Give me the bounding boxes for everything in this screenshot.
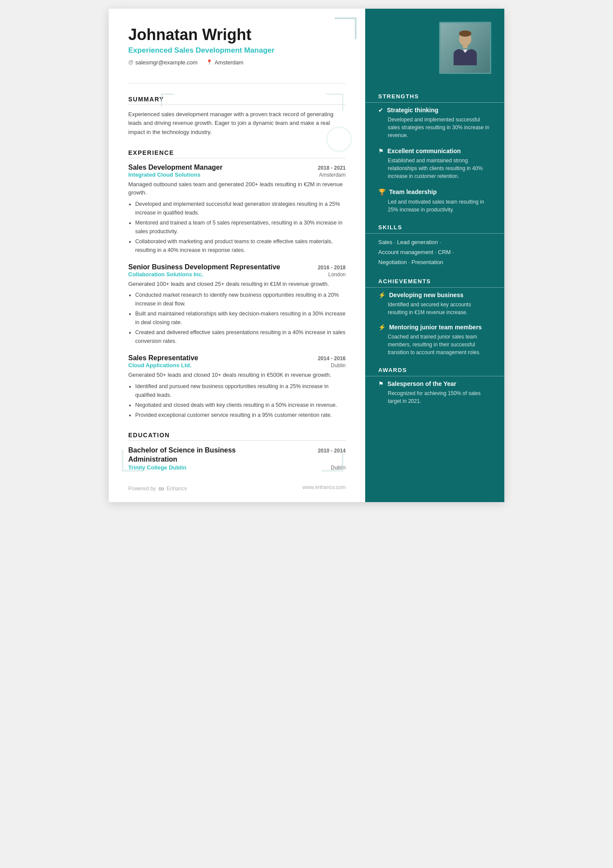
achievement-title-1: Developing new business xyxy=(389,291,463,299)
skills-text: Sales · Lead generation · Account manage… xyxy=(378,237,491,268)
email-icon: @ xyxy=(128,59,133,65)
left-column: Johnatan Wright Experienced Sales Develo… xyxy=(109,9,365,502)
education-title: EDUCATION xyxy=(128,432,346,441)
experience-entry-2: Senior Business Development Representati… xyxy=(128,263,346,346)
person-silhouette-icon xyxy=(448,30,483,65)
edu-degree-1: Bachelor of Science in Business Administ… xyxy=(128,446,280,464)
experience-title: EXPERIENCE xyxy=(128,149,346,158)
skills-title: SKILLS xyxy=(365,224,504,234)
edu-header-1: Bachelor of Science in Business Administ… xyxy=(128,446,346,464)
strength-title-row-3: 🏆 Team leadership xyxy=(378,188,491,196)
exp-header-1: Sales Development Manager 2018 - 2021 xyxy=(128,164,346,171)
svg-rect-1 xyxy=(463,45,468,48)
exp-bullets-3: Identified and pursued new business oppo… xyxy=(128,382,346,419)
powered-by-text: Powered by xyxy=(128,486,156,492)
footer: Powered by ∞ Enhancv www.enhancv.com xyxy=(109,484,365,493)
exp-header-2: Senior Business Development Representati… xyxy=(128,263,346,271)
skills-line-1: Sales · Lead generation · xyxy=(378,237,491,247)
exp-company-row-2: Collaboration Solutions Inc. London xyxy=(128,271,346,278)
exp-date-2: 2016 - 2018 xyxy=(318,265,346,271)
contact-row: @ salesmgr@example.com 📍 Amsterdam xyxy=(128,59,346,66)
achievements-content: ⚡ Developing new business Identified and… xyxy=(365,291,504,356)
job-title: Experienced Sales Development Manager xyxy=(128,46,346,55)
exp-location-2: London xyxy=(328,271,346,278)
flag-icon-2: ⚑ xyxy=(378,380,384,387)
achievement-item-1: ⚡ Developing new business Identified and… xyxy=(378,291,491,316)
awards-content: ⚑ Salesperson of the Year Recognized for… xyxy=(365,380,504,405)
checkmark-icon: ✔ xyxy=(378,107,383,114)
svg-point-2 xyxy=(459,30,471,37)
exp-role-3: Sales Representative xyxy=(128,354,198,362)
candidate-name: Johnatan Wright xyxy=(128,26,346,44)
strength-title-2: Excellent communication xyxy=(387,147,461,155)
skills-content: Sales · Lead generation · Account manage… xyxy=(365,237,504,268)
exp-location-3: Dublin xyxy=(331,362,346,369)
location-icon: 📍 xyxy=(206,59,213,65)
exp-company-row-3: Cloud Applications Ltd. Dublin xyxy=(128,362,346,369)
header-section: Johnatan Wright Experienced Sales Develo… xyxy=(128,26,346,70)
right-column: STRENGTHS ✔ Strategic thinking Developed… xyxy=(365,9,504,502)
strength-desc-1: Developed and implemented successful sal… xyxy=(378,116,491,139)
flag-icon-1: ⚑ xyxy=(378,147,384,154)
exp-bullet-3-3: Provided exceptional customer service re… xyxy=(135,411,346,419)
exp-summary-1: Managed outbound sales team and generate… xyxy=(128,180,346,197)
footer-website: www.enhancv.com xyxy=(303,484,346,493)
education-entry-1: Bachelor of Science in Business Administ… xyxy=(128,446,346,471)
lightning-icon-1: ⚡ xyxy=(378,292,386,298)
achievement-desc-2: Coached and trained junior sales team me… xyxy=(378,333,491,356)
exp-date-1: 2018 - 2021 xyxy=(318,165,346,171)
photo-area xyxy=(365,9,504,83)
brand-name: Enhancv xyxy=(167,486,187,492)
award-title-1: Salesperson of the Year xyxy=(387,380,456,388)
location-value: Amsterdam xyxy=(214,59,243,66)
award-desc-1: Recognized for achieving 150% of sales t… xyxy=(378,389,491,405)
enhancv-logo-icon: ∞ xyxy=(158,484,164,493)
bracket-decoration-tr2 xyxy=(326,94,343,111)
achievement-item-2: ⚡ Mentoring junior team members Coached … xyxy=(378,323,491,356)
exp-bullets-2: Conducted market research to identify ne… xyxy=(128,291,346,345)
exp-bullet-1-2: Mentored and trained a team of 5 sales r… xyxy=(135,218,346,236)
footer-brand: Powered by ∞ Enhancv xyxy=(128,484,187,493)
exp-bullet-2-3: Created and delivered effective sales pr… xyxy=(135,328,346,345)
awards-title: AWARDS xyxy=(365,367,504,376)
email-value: salesmgr@example.com xyxy=(135,59,197,66)
bracket-decoration-br xyxy=(322,450,343,472)
circle-watermark xyxy=(326,126,352,152)
strength-title-row-1: ✔ Strategic thinking xyxy=(378,106,491,114)
skills-line-3: Negotiation · Presentation xyxy=(378,257,491,267)
lightning-icon-2: ⚡ xyxy=(378,324,386,331)
strength-title-1: Strategic thinking xyxy=(387,106,438,114)
photo-frame xyxy=(439,22,491,74)
summary-text: Experienced sales development manager wi… xyxy=(128,110,346,137)
trophy-icon: 🏆 xyxy=(378,188,386,195)
exp-bullet-3-2: Negotiated and closed deals with key cli… xyxy=(135,401,346,409)
exp-header-3: Sales Representative 2014 - 2016 xyxy=(128,354,346,362)
achievement-title-row-1: ⚡ Developing new business xyxy=(378,291,491,299)
email-contact: @ salesmgr@example.com xyxy=(128,59,197,66)
exp-bullet-3-1: Identified and pursued new business oppo… xyxy=(135,382,346,399)
strength-item-3: 🏆 Team leadership Led and motivated sale… xyxy=(378,188,491,213)
bracket-decoration-bl xyxy=(122,450,143,472)
exp-date-3: 2014 - 2016 xyxy=(318,355,346,362)
exp-bullet-2-1: Conducted market research to identify ne… xyxy=(135,291,346,308)
achievement-title-2: Mentoring junior team members xyxy=(389,323,482,331)
skills-line-2: Account management · CRM · xyxy=(378,247,491,257)
exp-summary-3: Generated 50+ leads and closed 10+ deals… xyxy=(128,371,346,379)
achievement-desc-1: Identified and secured key accounts resu… xyxy=(378,301,491,316)
exp-bullets-1: Developed and implemented successful lea… xyxy=(128,200,346,255)
exp-bullet-1-3: Collaborated with marketing and product … xyxy=(135,237,346,255)
strength-item-2: ⚑ Excellent communication Established an… xyxy=(378,147,491,180)
resume-wrapper: Johnatan Wright Experienced Sales Develo… xyxy=(109,9,504,502)
exp-role-1: Sales Development Manager xyxy=(128,164,223,171)
exp-company-row-1: Integrated Cloud Solutions Amsterdam xyxy=(128,171,346,178)
header-divider xyxy=(128,83,346,84)
bracket-decoration-tl2 xyxy=(161,94,174,107)
experience-entry-1: Sales Development Manager 2018 - 2021 In… xyxy=(128,164,346,255)
exp-company-1: Integrated Cloud Solutions xyxy=(128,171,200,178)
exp-company-3: Cloud Applications Ltd. xyxy=(128,362,191,369)
strengths-content: ✔ Strategic thinking Developed and imple… xyxy=(365,106,504,214)
strength-item-1: ✔ Strategic thinking Developed and imple… xyxy=(378,106,491,139)
exp-company-2: Collaboration Solutions Inc. xyxy=(128,271,203,278)
award-item-1: ⚑ Salesperson of the Year Recognized for… xyxy=(378,380,491,405)
edu-school-row-1: Trinity College Dublin Dublin xyxy=(128,464,346,471)
